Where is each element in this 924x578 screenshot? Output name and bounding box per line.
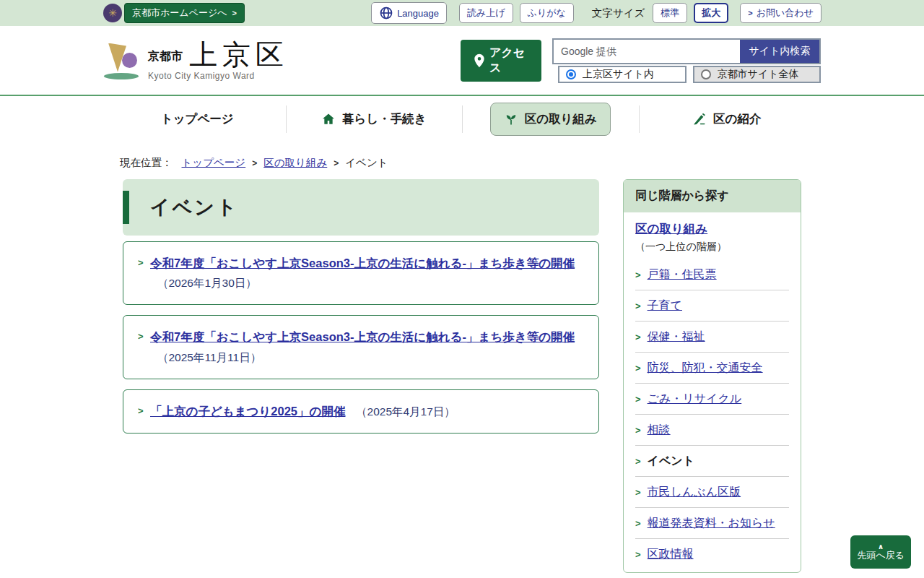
sidebar-item-press-releases[interactable]: > 報道発表資料・お知らせ (635, 508, 789, 539)
sidebar-item-citizen-newsletter[interactable]: > 市民しんぶん区版 (635, 477, 789, 508)
sidebar-item-consultation[interactable]: > 相談 (635, 415, 789, 446)
chevron-right-icon: > (138, 403, 144, 418)
chevron-right-icon: > (635, 332, 641, 342)
chevron-right-icon: > (138, 255, 144, 270)
event-link[interactable]: 令和7年度「おこしやす上京Season3-上京の生活に触れる-」まち歩き等の開催 (150, 330, 575, 343)
search-scope-ward-option[interactable]: 上京区サイト内 (558, 66, 687, 83)
site-search: サイト内検索 上京区サイト内 京都市サイト全体 (552, 38, 821, 83)
kyoto-city-home-link[interactable]: 京都市ホームページへ > (124, 3, 245, 23)
site-header: 京都市 上京区 Kyoto City Kamigyo Ward アクセス サイト… (0, 26, 924, 96)
sidebar-item-childcare[interactable]: > 子育て (635, 290, 789, 322)
chevron-right-icon: > (635, 301, 641, 311)
contact-button[interactable]: > お問い合わせ (740, 3, 821, 23)
search-scope-city-option[interactable]: 京都市サイト全体 (693, 66, 821, 83)
font-size-large-button[interactable]: 拡大 (694, 3, 728, 23)
site-logo[interactable]: 京都市 上京区 Kyoto City Kamigyo Ward (103, 40, 289, 81)
chevron-right-icon: > (748, 9, 752, 17)
chevron-right-icon: > (635, 518, 641, 529)
sidebar-parent-note: （一つ上位の階層） (635, 241, 789, 254)
logo-city-text: 京都市 (148, 49, 183, 69)
event-date: （2025年4月17日） (356, 405, 456, 418)
chevron-right-icon: > (334, 158, 339, 168)
home-icon (321, 112, 336, 126)
event-list-item: > 令和7年度「おこしやす上京Season3-上京の生活に触れる-」まち歩き等の… (123, 241, 599, 305)
chevron-right-icon: > (635, 549, 641, 560)
event-list-item: > 「上京の子どもまつり2025」の開催 （2025年4月17日） (123, 389, 599, 434)
nav-current-pill: 区の取り組み (490, 103, 611, 136)
back-to-top-button[interactable]: ∧ 先頭へ戻る (850, 535, 911, 569)
chevron-right-icon: > (635, 363, 641, 374)
top-bar-tools: Language 読み上げ ふりがな 文字サイズ 標準 拡大 > お問い合わせ (371, 2, 821, 24)
page-title-box: イベント (123, 179, 599, 236)
search-input[interactable] (554, 40, 740, 63)
chevron-right-icon: > (252, 158, 257, 168)
furigana-button[interactable]: ふりがな (520, 3, 574, 23)
globe-icon (379, 6, 393, 20)
breadcrumb-label: 現在位置： (120, 156, 173, 170)
chevron-right-icon: > (138, 329, 144, 344)
map-pin-icon (474, 53, 485, 68)
brush-icon (692, 112, 707, 126)
event-date: （2026年1月30日） (157, 277, 257, 289)
sidebar-item-events-current: > イベント (635, 446, 789, 477)
chevron-right-icon: > (635, 456, 641, 467)
nav-item-living-procedures[interactable]: 暮らし・手続き (286, 96, 463, 142)
sidebar-item-ward-administration[interactable]: > 区政情報 (635, 539, 789, 569)
chevron-right-icon: > (635, 269, 641, 280)
breadcrumb-link-initiatives[interactable]: 区の取り組み (263, 156, 327, 170)
logo-ward-text: 上京区 (189, 40, 289, 69)
language-button[interactable]: Language (371, 2, 447, 24)
event-link[interactable]: 令和7年度「おこしやす上京Season3-上京の生活に触れる-」まち歩き等の開催 (150, 256, 575, 269)
nav-item-ward-initiatives[interactable]: 区の取り組み (462, 96, 639, 142)
kyoto-city-emblem-icon: ✳ (103, 4, 122, 22)
breadcrumb-link-top[interactable]: トップページ (182, 156, 246, 170)
chevron-right-icon: > (635, 487, 641, 498)
logo-english-text: Kyoto City Kamigyo Ward (148, 71, 289, 81)
title-accent-bar (123, 191, 129, 224)
event-link[interactable]: 「上京の子どもまつり2025」の開催 (150, 405, 345, 418)
radio-unselected-icon[interactable] (701, 69, 711, 79)
global-nav: トップページ 暮らし・手続き 区の取り組み 区の紹介 (0, 96, 924, 142)
sidebar-item-health-welfare[interactable]: > 保健・福祉 (635, 322, 789, 353)
sidebar-parent-block: 区の取り組み （一つ上位の階層） (635, 221, 789, 254)
sidebar-item-garbage-recycle[interactable]: > ごみ・リサイクル (635, 384, 789, 415)
access-button[interactable]: アクセス (461, 40, 541, 82)
main-area: イベント > 令和7年度「おこしやす上京Season3-上京の生活に触れる-」ま… (0, 177, 924, 573)
read-aloud-button[interactable]: 読み上げ (459, 3, 513, 23)
chevron-right-icon: > (232, 9, 237, 17)
sidebar-item-family-register[interactable]: > 戸籍・住民票 (635, 259, 789, 290)
kyoto-city-home-label: 京都市ホームページへ (132, 7, 227, 20)
top-utility-bar: ✳ 京都市ホームページへ > Language 読み上げ ふりがな 文字サイズ … (0, 0, 924, 26)
font-size-standard-button[interactable]: 標準 (653, 3, 687, 23)
content-column: イベント > 令和7年度「おこしやす上京Season3-上京の生活に触れる-」ま… (123, 179, 599, 573)
nav-item-ward-introduction[interactable]: 区の紹介 (639, 96, 816, 142)
sidebar-same-level: 同じ階層から探す 区の取り組み （一つ上位の階層） > 戸籍・住民票 > 子育て… (623, 179, 801, 573)
chevron-right-icon: > (635, 425, 641, 436)
event-list: > 令和7年度「おこしやす上京Season3-上京の生活に触れる-」まち歩き等の… (123, 241, 599, 434)
font-size-label: 文字サイズ (592, 7, 645, 20)
sidebar-parent-link[interactable]: 区の取り組み (635, 222, 707, 235)
breadcrumb: 現在位置： トップページ > 区の取り組み > イベント (0, 142, 924, 177)
search-submit-button[interactable]: サイト内検索 (740, 40, 819, 63)
sidebar-header: 同じ階層から探す (624, 180, 801, 212)
sprout-icon (504, 112, 518, 126)
sidebar-item-disaster-safety[interactable]: > 防災、防犯・交通安全 (635, 353, 789, 384)
chevron-right-icon: > (635, 394, 641, 405)
ward-logo-mark-icon (103, 42, 139, 79)
nav-item-top-page[interactable]: トップページ (109, 96, 286, 142)
breadcrumb-current: イベント (345, 156, 388, 170)
event-list-item: > 令和7年度「おこしやす上京Season3-上京の生活に触れる-」まち歩き等の… (123, 315, 599, 379)
event-date: （2025年11月11日） (157, 351, 261, 363)
page-title: イベント (150, 194, 239, 220)
radio-selected-icon[interactable] (566, 69, 576, 79)
